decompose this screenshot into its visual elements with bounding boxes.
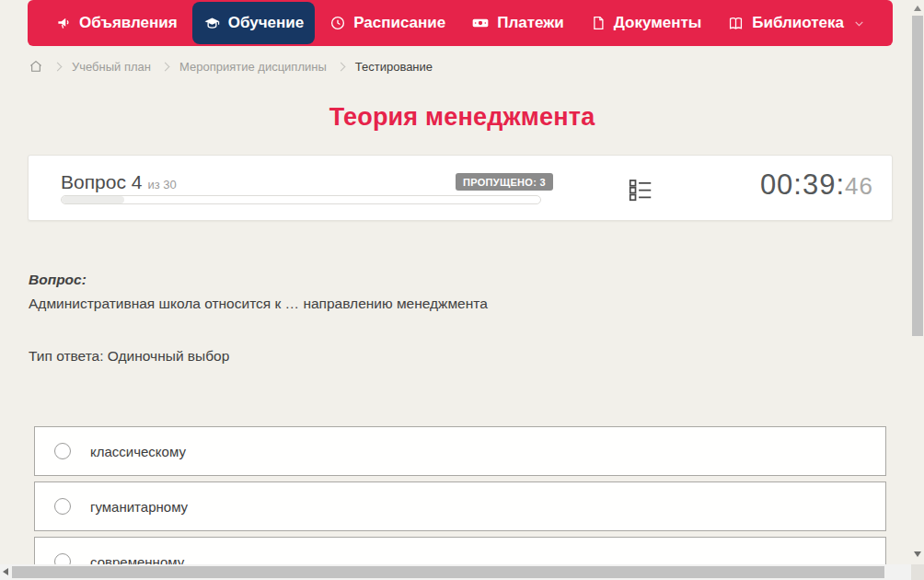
lms-testing-page: Объявления Обучение Расписание	[0, 0, 924, 580]
nav-item-announcements[interactable]: Объявления	[44, 2, 189, 44]
breadcrumb-item-testing: Тестирование	[355, 60, 433, 74]
nav-item-education[interactable]: Обучение	[192, 2, 315, 44]
breadcrumb-separator-icon	[161, 63, 170, 72]
timer: 00:39:46	[760, 168, 873, 202]
progress-bar	[61, 195, 541, 204]
nav-item-label: Объявления	[79, 14, 178, 32]
nav-item-payments[interactable]: Платежи	[460, 2, 575, 44]
nav-item-label: Библиотека	[752, 14, 844, 32]
vertical-scrollbar[interactable]	[911, 0, 924, 564]
vertical-scrollbar-thumb[interactable]	[912, 16, 923, 336]
question-list-icon	[627, 176, 654, 203]
timer-hhmm: 00:39:	[760, 168, 845, 201]
breadcrumb: Учебный план Мероприятие дисциплины Тест…	[29, 57, 433, 75]
timer-seconds: 46	[845, 172, 873, 200]
clock-icon	[329, 15, 346, 31]
graduation-cap-icon	[203, 15, 221, 32]
main-navigation: Объявления Обучение Расписание	[28, 0, 893, 46]
document-icon	[590, 15, 606, 31]
answer-option-label: гуманитарному	[90, 499, 188, 515]
nav-item-library[interactable]: Библиотека	[716, 2, 876, 44]
answer-option[interactable]: классическому	[34, 426, 886, 476]
question-counter: Вопрос 4из 30	[61, 171, 177, 193]
radio-button-icon[interactable]	[54, 443, 71, 459]
quiz-header-card: Вопрос 4из 30 ПРОПУЩЕНО: 3 00:39:46	[28, 155, 893, 221]
page-title: Теория менеджмента	[0, 103, 924, 132]
answer-type-heading: Тип ответа:	[29, 348, 104, 364]
answer-type-value: Одиночный выбор	[108, 348, 230, 364]
horizontal-scrollbar[interactable]	[0, 564, 924, 580]
question-total: из 30	[147, 178, 176, 191]
home-icon[interactable]	[29, 59, 43, 74]
nav-item-label: Обучение	[228, 14, 304, 32]
progress-fill	[62, 196, 124, 203]
nav-item-label: Расписание	[353, 14, 445, 32]
answer-type-block: Тип ответа: Одиночный выбор	[29, 348, 875, 365]
scrollbar-corner	[911, 564, 924, 580]
question-list-button[interactable]	[622, 176, 659, 203]
breadcrumb-separator-icon	[53, 63, 63, 72]
answer-option[interactable]: гуманитарному	[34, 481, 886, 531]
skipped-badge: ПРОПУЩЕНО: 3	[456, 173, 553, 191]
question-block: Вопрос: Административная школа относится…	[29, 268, 875, 315]
nav-item-label: Документы	[614, 14, 702, 32]
scroll-down-arrow-icon[interactable]	[914, 551, 921, 557]
horizontal-scrollbar-thumb[interactable]	[12, 566, 884, 578]
question-heading: Вопрос:	[29, 268, 875, 292]
nav-item-schedule[interactable]: Расписание	[318, 2, 456, 44]
banknote-icon	[471, 14, 490, 32]
breadcrumb-item-discipline-activity[interactable]: Мероприятие дисциплины	[179, 60, 327, 74]
breadcrumb-separator-icon	[336, 63, 345, 72]
nav-item-documents[interactable]: Документы	[579, 2, 713, 44]
megaphone-icon	[55, 15, 72, 31]
nav-item-label: Платежи	[497, 14, 564, 32]
breadcrumb-item-curriculum[interactable]: Учебный план	[72, 60, 151, 74]
question-text: Административная школа относится к … нап…	[29, 292, 875, 316]
question-number: Вопрос 4	[61, 171, 142, 192]
answer-option-label: классическому	[90, 444, 186, 459]
chevron-down-icon	[853, 17, 865, 29]
open-book-icon	[727, 15, 745, 32]
radio-button-icon[interactable]	[54, 498, 71, 515]
scroll-left-arrow-icon[interactable]	[3, 568, 8, 575]
scroll-up-arrow-icon[interactable]	[914, 6, 921, 11]
